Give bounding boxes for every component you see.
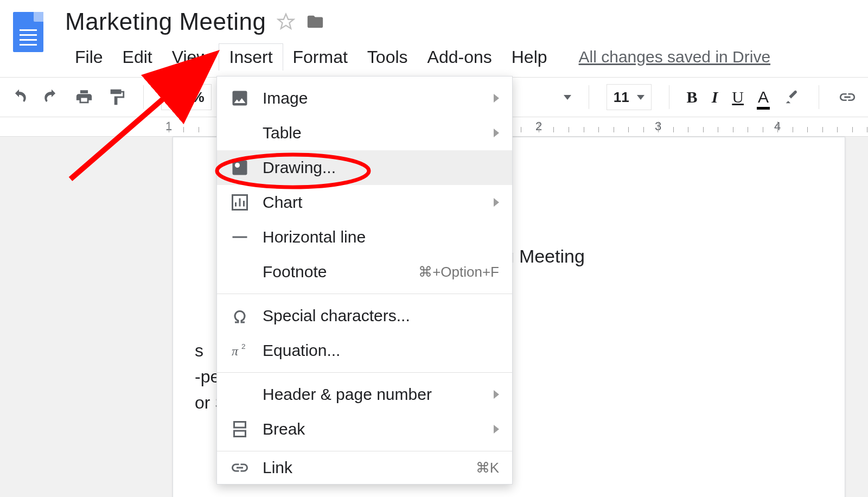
equation-icon: π2 xyxy=(230,341,250,360)
menu-view[interactable]: View xyxy=(162,44,219,71)
menu-divider xyxy=(217,372,512,373)
submenu-arrow-icon xyxy=(494,94,499,103)
highlight-button[interactable] xyxy=(783,88,801,106)
toolbar-separator xyxy=(589,85,589,109)
paint-format-icon[interactable] xyxy=(107,88,126,106)
menu-divider xyxy=(217,451,512,451)
italic-button[interactable]: I xyxy=(712,88,718,106)
svg-point-2 xyxy=(235,163,240,168)
menubar: File Edit View Insert Format Tools Add-o… xyxy=(65,43,770,71)
insert-menu-link[interactable]: Link⌘K xyxy=(217,456,512,480)
insert-menu-footnote[interactable]: Footnote⌘+Option+F xyxy=(217,254,512,289)
link-icon xyxy=(230,458,250,477)
menu-item-label: Image xyxy=(263,89,481,107)
submenu-arrow-icon xyxy=(494,390,499,399)
insert-menu-break[interactable]: Break xyxy=(217,412,512,447)
chevron-down-icon xyxy=(637,95,644,100)
star-icon[interactable] xyxy=(277,12,295,31)
svg-text:2: 2 xyxy=(241,342,246,351)
underline-button[interactable]: U xyxy=(732,88,744,106)
zoom-value: 100% xyxy=(168,89,205,106)
insert-menu-dropdown: ImageTableDrawing...ChartHorizontal line… xyxy=(216,76,513,485)
insert-menu-drawing[interactable]: Drawing... xyxy=(217,150,512,185)
font-size-value: 11 xyxy=(614,89,629,106)
insert-menu-special-characters[interactable]: Special characters... xyxy=(217,298,512,333)
image-icon xyxy=(230,88,250,108)
menu-tools[interactable]: Tools xyxy=(358,44,418,71)
menu-help[interactable]: Help xyxy=(502,44,557,71)
svg-rect-8 xyxy=(234,431,246,437)
font-family-select-partial[interactable] xyxy=(564,95,571,100)
break-icon xyxy=(230,419,250,439)
menu-edit[interactable]: Edit xyxy=(113,44,162,71)
submenu-arrow-icon xyxy=(494,425,499,434)
menu-item-label: Table xyxy=(263,124,481,142)
menu-item-label: Link xyxy=(263,458,463,477)
menu-item-label: Horizontal line xyxy=(263,228,499,246)
menu-file[interactable]: File xyxy=(65,44,113,71)
menu-item-label: Chart xyxy=(263,193,481,212)
menu-divider xyxy=(217,294,512,294)
insert-menu-equation[interactable]: π2Equation... xyxy=(217,333,512,368)
menu-insert[interactable]: Insert xyxy=(219,43,283,71)
insert-menu-image[interactable]: Image xyxy=(217,81,512,116)
menu-addons[interactable]: Add-ons xyxy=(418,44,502,71)
docs-logo[interactable] xyxy=(13,12,43,52)
toolbar-separator xyxy=(669,85,669,109)
svg-marker-0 xyxy=(278,14,293,29)
chart-icon xyxy=(230,193,250,212)
toolbar-separator xyxy=(819,85,819,109)
submenu-arrow-icon xyxy=(494,129,499,137)
print-icon[interactable] xyxy=(75,88,93,106)
menu-item-shortcut: ⌘+Option+F xyxy=(418,264,499,281)
svg-text:π: π xyxy=(232,344,239,358)
zoom-select[interactable]: 100% xyxy=(161,84,212,110)
move-to-folder-icon[interactable] xyxy=(306,12,324,31)
toolbar-separator xyxy=(143,85,144,109)
submenu-arrow-icon xyxy=(494,198,499,207)
save-status[interactable]: All changes saved in Drive xyxy=(579,48,771,66)
menu-item-label: Drawing... xyxy=(263,158,499,177)
hline-icon xyxy=(230,227,250,247)
omega-icon xyxy=(230,306,250,326)
document-title[interactable]: Marketing Meeting xyxy=(65,10,266,34)
drawing-icon xyxy=(230,158,250,177)
font-size-select[interactable]: 11 xyxy=(607,84,652,110)
menu-item-label: Header & page number xyxy=(263,385,481,404)
redo-icon[interactable] xyxy=(42,88,61,106)
insert-menu-header-page-number[interactable]: Header & page number xyxy=(217,377,512,412)
menu-item-label: Equation... xyxy=(263,341,499,360)
insert-link-button[interactable] xyxy=(837,88,858,106)
insert-menu-chart[interactable]: Chart xyxy=(217,185,512,220)
menu-item-label: Break xyxy=(263,420,481,438)
svg-rect-7 xyxy=(234,422,246,428)
menu-item-label: Footnote xyxy=(263,263,405,281)
text-color-button[interactable]: A xyxy=(758,88,769,106)
bold-button[interactable]: B xyxy=(687,88,698,106)
menu-format[interactable]: Format xyxy=(283,44,358,71)
svg-rect-1 xyxy=(233,161,247,175)
insert-menu-horizontal-line[interactable]: Horizontal line xyxy=(217,220,512,254)
undo-icon[interactable] xyxy=(10,88,28,106)
chevron-down-icon xyxy=(564,95,571,100)
insert-menu-table[interactable]: Table xyxy=(217,116,512,150)
menu-item-shortcut: ⌘K xyxy=(476,460,499,476)
menu-item-label: Special characters... xyxy=(263,307,499,325)
